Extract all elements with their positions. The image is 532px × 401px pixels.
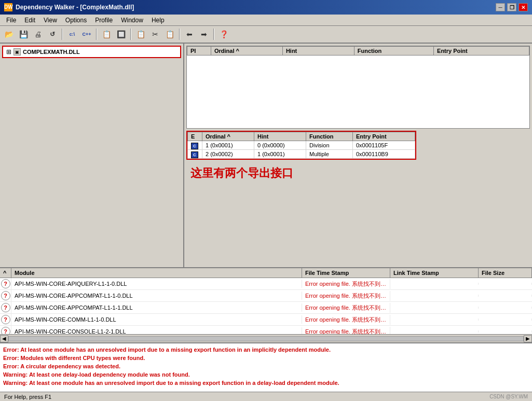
- error-log-line: Warning: At least one delay-load depende…: [3, 370, 529, 379]
- module-row-icon-cell: ?: [0, 314, 11, 325]
- tree-node[interactable]: ⊞ ▣ COMPLEXMATH.DLL: [2, 46, 181, 58]
- exports-cell-hint: 1 (0x0001): [254, 150, 306, 159]
- exports-cell-icon: C: [188, 150, 202, 159]
- toolbar-open[interactable]: 📂: [2, 27, 16, 41]
- module-row-name: API-MS-WIN-CORE-APPCOMPAT-L1-1-0.DLL: [11, 292, 302, 300]
- error-log-panel: Error: At least one module has an unreso…: [0, 342, 532, 392]
- module-row-name: API-MS-WIN-CORE-APPCOMPAT-L1-1-1.DLL: [11, 303, 302, 312]
- module-list-panel: ^ Module File Time Stamp Link Time Stamp…: [0, 267, 532, 342]
- hscroll-right[interactable]: ▶: [524, 335, 532, 342]
- exports-cell-ordinal: 1 (0x0001): [202, 141, 254, 150]
- module-status-icon: ?: [1, 291, 10, 300]
- exports-row[interactable]: C 2 (0x0002) 1 (0x0001) Multiple 0x00011…: [188, 150, 415, 159]
- hscroll-bar[interactable]: ◀ ▶: [0, 334, 532, 342]
- module-list-row[interactable]: ? API-MS-WIN-CORE-COMM-L1-1-0.DLL Error …: [0, 314, 532, 326]
- toolbar-sep5: [213, 29, 214, 40]
- toolbar-back[interactable]: ⬅: [183, 27, 196, 41]
- tree-expand-icon[interactable]: ⊞: [6, 48, 11, 56]
- exports-col-entrypoint: Entry Point: [353, 132, 415, 141]
- toolbar-sep3: [130, 29, 131, 40]
- module-col-linktime: Link Time Stamp: [390, 268, 479, 278]
- toolbar-copy[interactable]: 📋: [134, 27, 147, 41]
- error-log-line: Error: A circular dependency was detecte…: [3, 362, 529, 370]
- exports-col-ordinal: Ordinal ^: [202, 132, 254, 141]
- module-row-linktime: [390, 330, 479, 333]
- toolbar: 📂 💾 🖨 ↺ c:\ C++ 📋 🔲 📋 ✂ 📋 ⬅ ➡ ❓: [0, 26, 532, 44]
- exports-cell-ordinal: 2 (0x0002): [202, 150, 254, 159]
- minimize-button[interactable]: ─: [496, 3, 505, 11]
- module-row-linktime: [390, 295, 479, 297]
- exports-col-e: E: [188, 132, 202, 141]
- status-text: For Help, press F1: [4, 394, 51, 400]
- toolbar-b1[interactable]: 📋: [100, 27, 113, 41]
- module-row-filetime: Error opening file. 系统找不到指定的文件。(2).: [302, 315, 390, 325]
- menu-file[interactable]: File: [2, 16, 20, 25]
- module-row-filesize: [479, 330, 532, 333]
- toolbar-paste[interactable]: 📋: [163, 27, 176, 41]
- hscroll-track[interactable]: [8, 336, 524, 341]
- exports-col-function: Function: [306, 132, 353, 141]
- toolbar-cut[interactable]: ✂: [148, 27, 162, 41]
- module-list-row[interactable]: ? API-MS-WIN-CORE-CONSOLE-L1-2-1.DLL Err…: [0, 326, 532, 334]
- module-row-name: API-MS-WIN-CORE-COMM-L1-1-0.DLL: [11, 315, 302, 324]
- app-window: DW Dependency Walker - [ComplexMath.dll]…: [0, 0, 532, 401]
- module-col-name: Module: [11, 268, 302, 278]
- toolbar-sep1: [62, 29, 63, 40]
- menu-edit[interactable]: Edit: [20, 16, 39, 25]
- module-list-row[interactable]: ? API-MS-WIN-CORE-APIQUERY-L1-1-0.DLL Er…: [0, 278, 532, 290]
- module-row-linktime: [390, 319, 479, 321]
- exports-panel-border: E Ordinal ^ Hint Function Entry Point C: [186, 131, 416, 160]
- imports-col-entrypoint: Entry Point: [434, 47, 529, 56]
- toolbar-c1[interactable]: c:\: [65, 27, 79, 41]
- annotation-text: 这里有两个导出接口: [186, 161, 530, 185]
- module-col-arrow: ^: [0, 268, 11, 278]
- right-pane: PI Ordinal ^ Hint Function Entry Point: [184, 44, 532, 267]
- imports-col-function: Function: [354, 47, 433, 56]
- module-row-filetime: Error opening file. 系统找不到指定的文件。(2).: [302, 291, 390, 301]
- module-status-icon: ?: [1, 315, 10, 324]
- toolbar-save[interactable]: 💾: [17, 27, 30, 41]
- exports-col-hint: Hint: [254, 132, 306, 141]
- module-list-row[interactable]: ? API-MS-WIN-CORE-APPCOMPAT-L1-1-0.DLL E…: [0, 290, 532, 302]
- restore-button[interactable]: ❐: [507, 3, 516, 11]
- toolbar-cpp[interactable]: C++: [80, 27, 93, 41]
- menu-options[interactable]: Options: [61, 16, 91, 25]
- module-col-filetime: File Time Stamp: [302, 268, 390, 278]
- left-tree-panel: ⊞ ▣ COMPLEXMATH.DLL: [0, 44, 184, 267]
- module-row-filesize: [479, 307, 532, 309]
- toolbar-print[interactable]: 🖨: [31, 27, 45, 41]
- menu-help[interactable]: Help: [147, 16, 169, 25]
- module-status-icon: ?: [1, 327, 10, 334]
- exports-cell-entrypoint: 0x0001105F: [353, 141, 415, 150]
- module-list-row[interactable]: ? API-MS-WIN-CORE-APPCOMPAT-L1-1-1.DLL E…: [0, 302, 532, 314]
- content-area: ⊞ ▣ COMPLEXMATH.DLL PI Ordinal ^ Hint: [0, 44, 532, 401]
- close-button[interactable]: ✕: [519, 3, 528, 11]
- menu-view[interactable]: View: [39, 16, 61, 25]
- module-rows: ? API-MS-WIN-CORE-APIQUERY-L1-1-0.DLL Er…: [0, 278, 532, 334]
- title-bar: DW Dependency Walker - [ComplexMath.dll]…: [0, 0, 532, 15]
- imports-col-hint: Hint: [282, 47, 354, 56]
- exports-row[interactable]: C 1 (0x0001) 0 (0x0000) Division 0x00011…: [188, 141, 415, 150]
- exports-cell-entrypoint: 0x000110B9: [353, 150, 415, 159]
- exports-cell-icon: C: [188, 141, 202, 150]
- error-log-line: Error: Modules with different CPU types …: [3, 354, 529, 362]
- hscroll-left[interactable]: ◀: [0, 335, 8, 342]
- module-row-filesize: [479, 319, 532, 321]
- menu-window[interactable]: Window: [117, 16, 147, 25]
- tree-dll-icon: ▣: [13, 48, 21, 56]
- error-log-line: Warning: At least one module has an unre…: [3, 379, 529, 387]
- module-row-filetime: Error opening file. 系统找不到指定的文件。(2).: [302, 303, 390, 313]
- module-list-header: ^ Module File Time Stamp Link Time Stamp…: [0, 268, 532, 278]
- toolbar-b2[interactable]: 🔲: [114, 27, 128, 41]
- menu-profile[interactable]: Profile: [91, 16, 117, 25]
- module-row-filesize: [479, 295, 532, 297]
- exports-cell-function: Multiple: [306, 150, 353, 159]
- imports-col-pi: PI: [187, 47, 211, 56]
- window-title: Dependency Walker - [ComplexMath.dll]: [16, 4, 134, 11]
- exports-table: E Ordinal ^ Hint Function Entry Point C: [187, 132, 415, 159]
- toolbar-help[interactable]: ❓: [217, 27, 230, 41]
- toolbar-forward[interactable]: ➡: [197, 27, 211, 41]
- imports-panel: PI Ordinal ^ Hint Function Entry Point: [186, 46, 530, 129]
- imports-table: PI Ordinal ^ Hint Function Entry Point: [187, 46, 529, 56]
- toolbar-refresh[interactable]: ↺: [46, 27, 59, 41]
